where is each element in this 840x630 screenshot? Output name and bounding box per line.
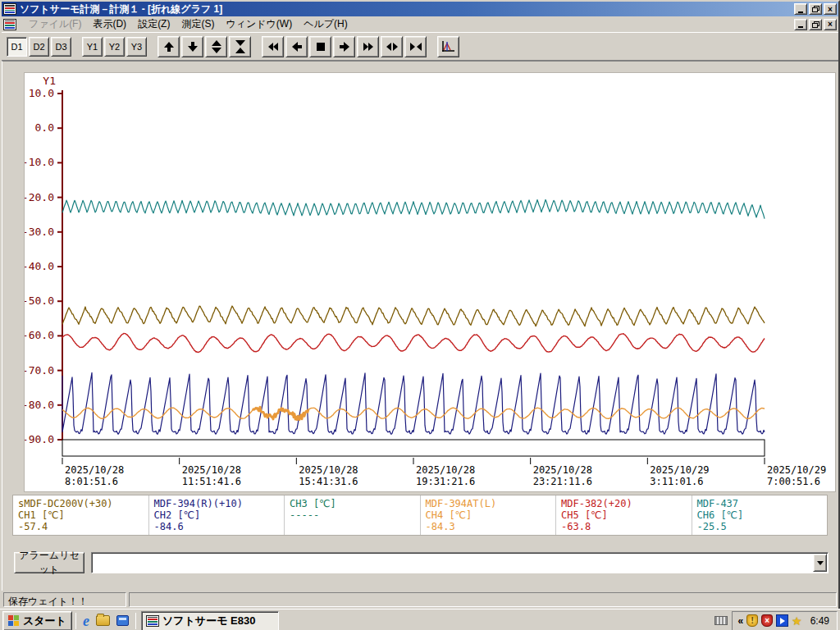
minimize-button[interactable]: [794, 3, 807, 15]
stop-button[interactable]: [309, 36, 331, 57]
menu-measure[interactable]: 測定(S): [176, 16, 220, 33]
task-button-softthermo[interactable]: ソフトサーモ E830: [141, 611, 279, 630]
taskbar: スタート e ソフトサーモ E830 « ! × ★ 6:49: [0, 609, 840, 630]
ch3-label: CH3 [℃]: [290, 498, 415, 509]
legend-ch6: MDF-437 CH6 [℃] -25.5: [692, 495, 828, 535]
svg-text:0.0: 0.0: [35, 121, 54, 134]
svg-text:-60.0: -60.0: [25, 329, 54, 341]
menu-settings[interactable]: 設定(Z): [132, 16, 176, 33]
ch5-label: CH5 [℃]: [561, 509, 687, 521]
expand-horizontal-button[interactable]: [381, 36, 403, 57]
alarm-reset-button[interactable]: アラームリセット: [14, 552, 84, 573]
d3-button[interactable]: D3: [51, 37, 71, 57]
child-window-icon[interactable]: [3, 19, 16, 30]
taskbar-separator: [75, 613, 76, 629]
compress-vertical-button[interactable]: [229, 36, 251, 57]
system-tray: « ! × ★ 6:49: [732, 611, 838, 630]
show-desktop-icon[interactable]: [116, 615, 129, 626]
series-ch5-line: [62, 333, 765, 352]
svg-text:2025/10/28: 2025/10/28: [416, 464, 475, 476]
status-panel-empty: [129, 592, 837, 607]
security-warning-icon[interactable]: !: [746, 614, 758, 627]
alarm-row: アラームリセット: [2, 550, 839, 578]
status-message: 保存ウェイト！！: [3, 592, 126, 607]
child-minimize-button[interactable]: [794, 19, 807, 30]
windows-logo-icon: [8, 615, 20, 627]
svg-text:-80.0: -80.0: [25, 399, 54, 411]
menu-help[interactable]: ヘルプ(H): [298, 16, 354, 33]
double-right-icon: [363, 43, 373, 51]
graph-window-client: Y110.00.0-10.0-20.0-30.0-40.0-50.0-60.0-…: [2, 61, 838, 591]
compress-horizontal-button[interactable]: [404, 36, 427, 57]
fast-rewind-button[interactable]: [262, 36, 284, 57]
svg-text:Y1: Y1: [43, 75, 56, 87]
step-left-button[interactable]: [285, 36, 308, 57]
start-button[interactable]: スタート: [2, 611, 72, 630]
restore-button[interactable]: [809, 3, 822, 15]
expand-vertical-button[interactable]: [205, 36, 227, 57]
d2-button[interactable]: D2: [29, 37, 49, 57]
ch5-name: MDF-382(+20): [561, 498, 687, 509]
y1-button[interactable]: Y1: [82, 37, 103, 57]
series-ch2-line: [62, 372, 765, 434]
svg-text:7:00:51.6: 7:00:51.6: [767, 476, 820, 487]
svg-text:2025/10/28: 2025/10/28: [65, 464, 124, 476]
y3-button[interactable]: Y3: [126, 37, 147, 57]
menu-window[interactable]: ウィンドウ(W): [220, 16, 298, 33]
step-right-button[interactable]: [333, 36, 355, 57]
security-alert-icon[interactable]: ×: [761, 614, 773, 627]
svg-text:19:31:21.6: 19:31:21.6: [416, 476, 475, 487]
menu-view[interactable]: 表示(D): [87, 16, 132, 33]
d1-button[interactable]: D1: [7, 37, 27, 57]
tray-collapse-chevron[interactable]: «: [737, 615, 743, 627]
graph-setup-button[interactable]: [437, 36, 459, 57]
time-scrollbar[interactable]: [62, 440, 765, 456]
series-ch6-line: [62, 199, 765, 218]
media-tray-icon[interactable]: [776, 614, 788, 627]
ch6-name: MDF-437: [697, 498, 823, 509]
svg-text:2025/10/29: 2025/10/29: [650, 464, 709, 476]
compress-vertical-icon: [235, 40, 245, 53]
ch2-value: -84.6: [154, 521, 280, 532]
svg-text:10.0: 10.0: [29, 87, 54, 99]
combo-dropdown-button[interactable]: [813, 554, 827, 572]
svg-text:-50.0: -50.0: [25, 294, 54, 307]
svg-text:-10.0: -10.0: [25, 156, 54, 168]
task-label: ソフトサーモ E830: [162, 614, 256, 628]
legend-ch1: sMDF-DC200V(+30) CH1 [℃] -57.4: [13, 495, 149, 535]
svg-text:-90.0: -90.0: [25, 433, 54, 445]
folder-icon[interactable]: [96, 615, 110, 626]
svg-text:-20.0: -20.0: [25, 191, 54, 203]
fast-forward-button[interactable]: [357, 36, 379, 57]
alarm-combobox[interactable]: [91, 552, 829, 573]
child-restore-button[interactable]: [809, 19, 822, 30]
toolbar: D1 D2 D3 Y1 Y2 Y3: [2, 33, 838, 61]
quick-launch: e: [80, 614, 132, 628]
ch1-name: sMDF-DC200V(+30): [18, 498, 144, 509]
ch6-value: -25.5: [697, 521, 823, 532]
svg-text:2025/10/28: 2025/10/28: [533, 464, 592, 476]
compress-horizontal-icon: [410, 43, 422, 51]
ch6-label: CH6 [℃]: [697, 509, 823, 521]
y2-button[interactable]: Y2: [104, 37, 125, 57]
ch4-label: CH4 [℃]: [426, 509, 551, 521]
legend-ch2: MDF-394(R)(+10) CH2 [℃] -84.6: [149, 495, 285, 535]
child-close-button[interactable]: ×: [824, 19, 837, 30]
stop-icon: [317, 43, 325, 51]
start-label: スタート: [23, 614, 66, 628]
line-chart: Y110.00.0-10.0-20.0-30.0-40.0-50.0-60.0-…: [24, 72, 836, 492]
close-button[interactable]: ×: [824, 3, 837, 15]
menu-bar: ファイル(F) 表示(D) 設定(Z) 測定(S) ウィンドウ(W) ヘルプ(H…: [2, 16, 838, 33]
legend-ch4: MDF-394AT(L) CH4 [℃] -84.3: [421, 495, 557, 535]
svg-text:2025/10/28: 2025/10/28: [299, 464, 358, 476]
keyboard-icon[interactable]: [714, 616, 728, 625]
desktop: ソフトサーモ計測－計測１ - [折れ線グラフ 1] × ファイル(F) 表示(D…: [0, 0, 840, 630]
ch2-label: CH2 [℃]: [154, 509, 280, 521]
internet-explorer-icon[interactable]: e: [83, 614, 89, 628]
update-star-icon[interactable]: ★: [792, 615, 802, 627]
menu-file[interactable]: ファイル(F): [23, 16, 87, 33]
window-title: ソフトサーモ計測－計測１ - [折れ線グラフ 1]: [20, 2, 794, 16]
scroll-up-button[interactable]: [158, 36, 180, 57]
scroll-down-button[interactable]: [181, 36, 203, 57]
svg-text:2025/10/28: 2025/10/28: [182, 464, 241, 476]
